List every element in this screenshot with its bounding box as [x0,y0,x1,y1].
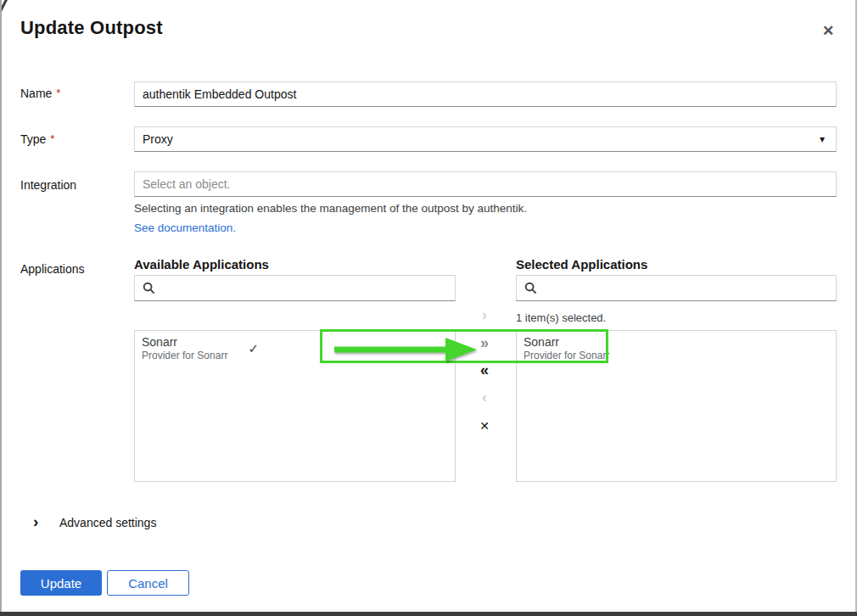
list-item[interactable]: Sonarr Provider for Sonarr [517,331,836,367]
list-item-title: Sonarr [524,335,609,350]
cancel-button[interactable]: Cancel [107,570,189,596]
search-icon [524,282,537,294]
update-button[interactable]: Update [20,570,102,596]
name-label: Name* [20,87,60,100]
close-icon[interactable]: ✕ [819,22,837,41]
list-item-title: Sonarr [142,335,227,350]
applications-label: Applications [20,262,85,276]
clear-selection-button[interactable]: ✕ [473,416,496,436]
available-search-input[interactable] [162,281,447,296]
selected-applications-header: Selected Applications [516,257,647,272]
list-item-text: Sonarr Provider for Sonarr [524,335,609,362]
check-icon: ✓ [248,341,259,356]
remove-selected-button[interactable]: ‹ [473,387,496,407]
selected-count-text: 1 item(s) selected. [516,311,606,324]
corner-mark [0,0,8,12]
list-item-description: Provider for Sonarr [524,350,609,362]
list-item-text: Sonarr Provider for Sonarr [142,335,227,362]
bottom-bar [0,612,857,616]
page-title: Update Outpost [20,17,163,39]
type-label: Type* [20,132,54,146]
remove-all-button[interactable]: « [473,360,496,380]
list-item-description: Provider for Sonarr [142,350,227,362]
add-all-button[interactable]: » [473,333,496,353]
selected-applications-list: Sonarr Provider for Sonarr [516,330,837,482]
integration-help-text: Selecting an integration enables the man… [134,202,527,215]
integration-select-input[interactable] [134,171,837,197]
chevron-down-icon: ▾ [820,133,825,145]
selected-search-input[interactable] [544,281,828,296]
search-icon [143,282,155,294]
available-applications-header: Available Applications [134,257,269,272]
add-selected-button[interactable]: › [473,305,496,325]
available-applications-list: Sonarr Provider for Sonarr ✓ [134,330,456,482]
see-documentation-link[interactable]: See documentation. [134,221,236,234]
required-asterisk: * [50,132,54,145]
type-select[interactable]: Proxy ▾ [134,126,837,152]
name-label-text: Name [20,87,52,100]
available-search-box [134,275,456,301]
selected-search-box [516,275,837,301]
list-item[interactable]: Sonarr Provider for Sonarr ✓ [135,331,455,367]
chevron-right-icon[interactable]: › [33,513,38,530]
advanced-settings-toggle[interactable]: Advanced settings [59,516,156,529]
required-asterisk: * [56,87,60,99]
integration-label: Integration [20,178,76,192]
type-select-value: Proxy [143,132,173,146]
type-label-text: Type [20,132,46,146]
name-input[interactable] [134,81,837,107]
